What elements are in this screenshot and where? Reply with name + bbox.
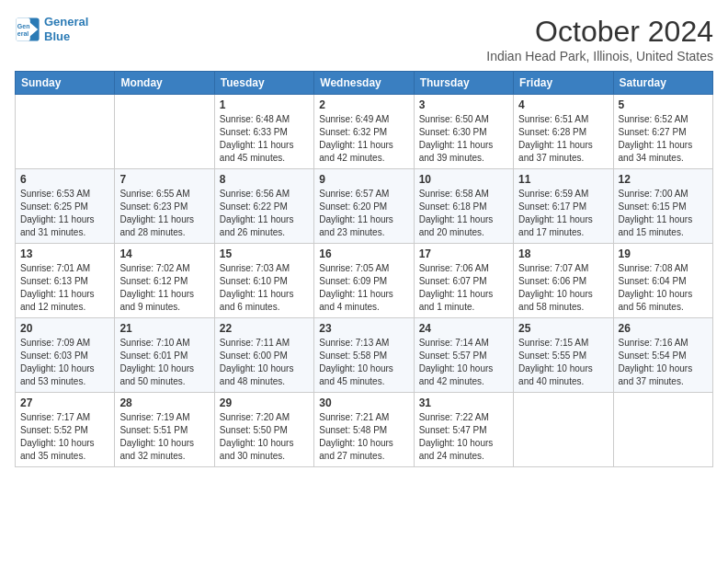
day-cell: 25Sunrise: 7:15 AM Sunset: 5:55 PM Dayli… bbox=[514, 318, 613, 393]
week-row-2: 6Sunrise: 6:53 AM Sunset: 6:25 PM Daylig… bbox=[16, 169, 713, 244]
day-info: Sunrise: 7:07 AM Sunset: 6:06 PM Dayligh… bbox=[518, 262, 608, 314]
day-number: 3 bbox=[419, 98, 508, 111]
week-row-4: 20Sunrise: 7:09 AM Sunset: 6:03 PM Dayli… bbox=[16, 318, 713, 393]
day-cell bbox=[514, 393, 613, 467]
column-header-friday: Friday bbox=[514, 72, 613, 95]
calendar-table: SundayMondayTuesdayWednesdayThursdayFrid… bbox=[15, 71, 713, 467]
day-info: Sunrise: 6:58 AM Sunset: 6:18 PM Dayligh… bbox=[419, 188, 508, 239]
logo-text: General Blue bbox=[44, 15, 88, 43]
day-info: Sunrise: 6:49 AM Sunset: 6:32 PM Dayligh… bbox=[319, 113, 408, 165]
day-cell: 5Sunrise: 6:52 AM Sunset: 6:27 PM Daylig… bbox=[613, 95, 712, 169]
day-info: Sunrise: 6:51 AM Sunset: 6:28 PM Dayligh… bbox=[518, 113, 608, 165]
logo-icon: Gen eral bbox=[15, 17, 40, 42]
day-info: Sunrise: 7:19 AM Sunset: 5:51 PM Dayligh… bbox=[119, 411, 209, 463]
day-number: 26 bbox=[619, 322, 708, 335]
day-number: 24 bbox=[419, 322, 508, 335]
title-block: October 2024 Indian Head Park, Illinois,… bbox=[486, 15, 713, 63]
column-header-monday: Monday bbox=[115, 72, 214, 95]
day-cell: 7Sunrise: 6:55 AM Sunset: 6:23 PM Daylig… bbox=[115, 169, 214, 244]
day-cell: 9Sunrise: 6:57 AM Sunset: 6:20 PM Daylig… bbox=[314, 169, 414, 244]
day-cell: 16Sunrise: 7:05 AM Sunset: 6:09 PM Dayli… bbox=[314, 244, 414, 318]
day-cell: 4Sunrise: 6:51 AM Sunset: 6:28 PM Daylig… bbox=[514, 95, 613, 169]
column-header-saturday: Saturday bbox=[613, 72, 712, 95]
day-info: Sunrise: 7:08 AM Sunset: 6:04 PM Dayligh… bbox=[619, 262, 708, 314]
day-number: 13 bbox=[20, 247, 109, 260]
day-info: Sunrise: 7:13 AM Sunset: 5:58 PM Dayligh… bbox=[319, 337, 408, 388]
day-cell: 27Sunrise: 7:17 AM Sunset: 5:52 PM Dayli… bbox=[16, 393, 115, 467]
day-info: Sunrise: 7:01 AM Sunset: 6:13 PM Dayligh… bbox=[20, 262, 109, 314]
week-row-1: 1Sunrise: 6:48 AM Sunset: 6:33 PM Daylig… bbox=[16, 95, 713, 169]
day-number: 20 bbox=[20, 322, 109, 335]
day-number: 23 bbox=[319, 322, 408, 335]
day-number: 25 bbox=[518, 322, 608, 335]
day-cell: 18Sunrise: 7:07 AM Sunset: 6:06 PM Dayli… bbox=[514, 244, 613, 318]
day-cell: 6Sunrise: 6:53 AM Sunset: 6:25 PM Daylig… bbox=[16, 169, 115, 244]
logo: Gen eral General Blue bbox=[15, 15, 88, 43]
day-cell: 23Sunrise: 7:13 AM Sunset: 5:58 PM Dayli… bbox=[314, 318, 414, 393]
day-info: Sunrise: 7:11 AM Sunset: 6:00 PM Dayligh… bbox=[220, 337, 309, 388]
day-cell: 11Sunrise: 6:59 AM Sunset: 6:17 PM Dayli… bbox=[514, 169, 613, 244]
day-cell: 30Sunrise: 7:21 AM Sunset: 5:48 PM Dayli… bbox=[314, 393, 414, 467]
day-cell bbox=[613, 393, 712, 467]
day-number: 31 bbox=[419, 396, 508, 409]
column-header-tuesday: Tuesday bbox=[214, 72, 313, 95]
day-info: Sunrise: 7:17 AM Sunset: 5:52 PM Dayligh… bbox=[20, 411, 109, 463]
day-cell: 10Sunrise: 6:58 AM Sunset: 6:18 PM Dayli… bbox=[414, 169, 513, 244]
day-cell: 3Sunrise: 6:50 AM Sunset: 6:30 PM Daylig… bbox=[414, 95, 513, 169]
day-cell: 2Sunrise: 6:49 AM Sunset: 6:32 PM Daylig… bbox=[314, 95, 414, 169]
day-cell: 13Sunrise: 7:01 AM Sunset: 6:13 PM Dayli… bbox=[16, 244, 115, 318]
day-cell bbox=[115, 95, 214, 169]
day-info: Sunrise: 7:21 AM Sunset: 5:48 PM Dayligh… bbox=[319, 411, 408, 463]
day-number: 22 bbox=[220, 322, 309, 335]
week-row-5: 27Sunrise: 7:17 AM Sunset: 5:52 PM Dayli… bbox=[16, 393, 713, 467]
day-info: Sunrise: 7:16 AM Sunset: 5:54 PM Dayligh… bbox=[619, 337, 708, 388]
svg-text:Gen: Gen bbox=[17, 22, 30, 29]
day-info: Sunrise: 7:05 AM Sunset: 6:09 PM Dayligh… bbox=[319, 262, 408, 314]
day-number: 12 bbox=[619, 173, 708, 186]
day-number: 18 bbox=[518, 247, 608, 260]
day-cell: 31Sunrise: 7:22 AM Sunset: 5:47 PM Dayli… bbox=[414, 393, 513, 467]
day-info: Sunrise: 7:03 AM Sunset: 6:10 PM Dayligh… bbox=[220, 262, 309, 314]
day-number: 16 bbox=[319, 247, 408, 260]
logo-line1: General bbox=[44, 15, 88, 29]
day-info: Sunrise: 7:22 AM Sunset: 5:47 PM Dayligh… bbox=[419, 411, 508, 463]
day-info: Sunrise: 6:48 AM Sunset: 6:33 PM Dayligh… bbox=[220, 113, 309, 165]
day-cell: 15Sunrise: 7:03 AM Sunset: 6:10 PM Dayli… bbox=[214, 244, 313, 318]
day-info: Sunrise: 7:06 AM Sunset: 6:07 PM Dayligh… bbox=[419, 262, 508, 314]
day-cell: 21Sunrise: 7:10 AM Sunset: 6:01 PM Dayli… bbox=[115, 318, 214, 393]
day-number: 11 bbox=[518, 173, 608, 186]
day-number: 8 bbox=[220, 173, 309, 186]
page-header: Gen eral General Blue October 2024 India… bbox=[15, 15, 713, 63]
day-cell: 26Sunrise: 7:16 AM Sunset: 5:54 PM Dayli… bbox=[613, 318, 712, 393]
day-info: Sunrise: 6:59 AM Sunset: 6:17 PM Dayligh… bbox=[518, 188, 608, 239]
day-info: Sunrise: 6:52 AM Sunset: 6:27 PM Dayligh… bbox=[619, 113, 708, 165]
day-number: 30 bbox=[319, 396, 408, 409]
week-row-3: 13Sunrise: 7:01 AM Sunset: 6:13 PM Dayli… bbox=[16, 244, 713, 318]
day-cell: 22Sunrise: 7:11 AM Sunset: 6:00 PM Dayli… bbox=[214, 318, 313, 393]
day-number: 2 bbox=[319, 98, 408, 111]
day-info: Sunrise: 7:14 AM Sunset: 5:57 PM Dayligh… bbox=[419, 337, 508, 388]
day-cell: 20Sunrise: 7:09 AM Sunset: 6:03 PM Dayli… bbox=[16, 318, 115, 393]
day-cell: 14Sunrise: 7:02 AM Sunset: 6:12 PM Dayli… bbox=[115, 244, 214, 318]
month-title: October 2024 bbox=[486, 15, 713, 49]
day-number: 9 bbox=[319, 173, 408, 186]
day-number: 29 bbox=[220, 396, 309, 409]
day-info: Sunrise: 7:02 AM Sunset: 6:12 PM Dayligh… bbox=[119, 262, 209, 314]
column-header-sunday: Sunday bbox=[16, 72, 115, 95]
day-info: Sunrise: 6:50 AM Sunset: 6:30 PM Dayligh… bbox=[419, 113, 508, 165]
calendar-header-row: SundayMondayTuesdayWednesdayThursdayFrid… bbox=[16, 72, 713, 95]
day-cell: 12Sunrise: 7:00 AM Sunset: 6:15 PM Dayli… bbox=[613, 169, 712, 244]
day-info: Sunrise: 7:09 AM Sunset: 6:03 PM Dayligh… bbox=[20, 337, 109, 388]
day-number: 1 bbox=[220, 98, 309, 111]
calendar-body: 1Sunrise: 6:48 AM Sunset: 6:33 PM Daylig… bbox=[16, 95, 713, 467]
day-cell: 1Sunrise: 6:48 AM Sunset: 6:33 PM Daylig… bbox=[214, 95, 313, 169]
day-number: 15 bbox=[220, 247, 309, 260]
day-cell: 29Sunrise: 7:20 AM Sunset: 5:50 PM Dayli… bbox=[214, 393, 313, 467]
column-header-wednesday: Wednesday bbox=[314, 72, 414, 95]
logo-line2: Blue bbox=[44, 29, 70, 43]
day-cell bbox=[16, 95, 115, 169]
column-header-thursday: Thursday bbox=[414, 72, 513, 95]
day-info: Sunrise: 6:57 AM Sunset: 6:20 PM Dayligh… bbox=[319, 188, 408, 239]
day-number: 27 bbox=[20, 396, 109, 409]
day-number: 19 bbox=[619, 247, 708, 260]
